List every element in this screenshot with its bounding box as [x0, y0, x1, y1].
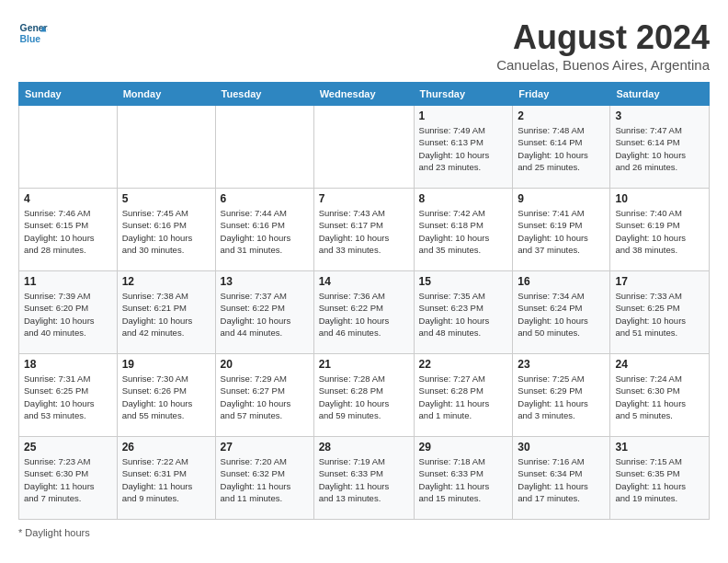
- day-number: 5: [122, 192, 210, 205]
- calendar-day-header: Saturday: [610, 83, 710, 106]
- calendar-day-cell: 18Sunrise: 7:31 AM Sunset: 6:25 PM Dayli…: [19, 354, 118, 437]
- calendar-day-cell: [215, 106, 313, 189]
- calendar-week-row: 11Sunrise: 7:39 AM Sunset: 6:20 PM Dayli…: [19, 271, 710, 354]
- calendar-day-header: Friday: [513, 83, 610, 106]
- day-number: 21: [319, 358, 409, 371]
- day-info: Sunrise: 7:39 AM Sunset: 6:20 PM Dayligh…: [24, 290, 112, 339]
- day-info: Sunrise: 7:31 AM Sunset: 6:25 PM Dayligh…: [24, 373, 112, 421]
- calendar-day-cell: 15Sunrise: 7:35 AM Sunset: 6:23 PM Dayli…: [414, 271, 513, 354]
- calendar-week-row: 18Sunrise: 7:31 AM Sunset: 6:25 PM Dayli…: [19, 354, 710, 437]
- calendar-day-cell: 21Sunrise: 7:28 AM Sunset: 6:28 PM Dayli…: [313, 354, 414, 437]
- calendar-day-cell: [117, 106, 215, 189]
- day-number: 2: [518, 109, 605, 122]
- page-header: General Blue August 2024 Canuelas, Bueno…: [18, 18, 710, 73]
- day-number: 20: [221, 358, 309, 371]
- calendar-day-cell: 10Sunrise: 7:40 AM Sunset: 6:19 PM Dayli…: [610, 189, 710, 271]
- calendar-day-cell: [313, 106, 414, 189]
- day-number: 9: [518, 192, 605, 205]
- day-number: 27: [221, 441, 309, 454]
- calendar-day-cell: 14Sunrise: 7:36 AM Sunset: 6:22 PM Dayli…: [313, 271, 414, 354]
- calendar-day-cell: 25Sunrise: 7:23 AM Sunset: 6:30 PM Dayli…: [19, 437, 118, 520]
- day-info: Sunrise: 7:36 AM Sunset: 6:22 PM Dayligh…: [319, 290, 409, 339]
- day-number: 17: [615, 275, 704, 288]
- day-info: Sunrise: 7:44 AM Sunset: 6:16 PM Dayligh…: [221, 207, 309, 256]
- day-number: 14: [319, 275, 409, 288]
- calendar-day-cell: 11Sunrise: 7:39 AM Sunset: 6:20 PM Dayli…: [19, 271, 118, 354]
- calendar-day-header: Sunday: [19, 83, 118, 106]
- day-number: 7: [319, 192, 409, 205]
- footer-note: * Daylight hours: [18, 527, 710, 538]
- day-info: Sunrise: 7:15 AM Sunset: 6:35 PM Dayligh…: [615, 455, 704, 504]
- day-number: 30: [518, 441, 605, 454]
- day-info: Sunrise: 7:49 AM Sunset: 6:13 PM Dayligh…: [419, 124, 508, 173]
- day-number: 25: [24, 441, 112, 454]
- day-info: Sunrise: 7:40 AM Sunset: 6:19 PM Dayligh…: [615, 207, 704, 256]
- day-info: Sunrise: 7:42 AM Sunset: 6:18 PM Dayligh…: [419, 207, 508, 256]
- calendar-week-row: 4Sunrise: 7:46 AM Sunset: 6:15 PM Daylig…: [19, 189, 710, 271]
- svg-text:Blue: Blue: [20, 34, 41, 44]
- day-number: 28: [319, 441, 409, 454]
- calendar-day-cell: 2Sunrise: 7:48 AM Sunset: 6:14 PM Daylig…: [513, 106, 610, 189]
- day-number: 31: [615, 441, 704, 454]
- day-number: 16: [518, 275, 605, 288]
- month-year: August 2024: [496, 18, 710, 57]
- title-block: August 2024 Canuelas, Buenos Aires, Arge…: [496, 18, 710, 73]
- day-number: 12: [122, 275, 210, 288]
- day-number: 6: [221, 192, 309, 205]
- calendar-day-cell: 24Sunrise: 7:24 AM Sunset: 6:30 PM Dayli…: [610, 354, 710, 437]
- day-info: Sunrise: 7:38 AM Sunset: 6:21 PM Dayligh…: [122, 290, 210, 339]
- day-number: 15: [419, 275, 508, 288]
- calendar-day-cell: 30Sunrise: 7:16 AM Sunset: 6:34 PM Dayli…: [513, 437, 610, 520]
- day-info: Sunrise: 7:16 AM Sunset: 6:34 PM Dayligh…: [518, 455, 605, 504]
- day-info: Sunrise: 7:48 AM Sunset: 6:14 PM Dayligh…: [518, 124, 605, 173]
- day-info: Sunrise: 7:33 AM Sunset: 6:25 PM Dayligh…: [615, 290, 704, 339]
- day-info: Sunrise: 7:25 AM Sunset: 6:29 PM Dayligh…: [518, 373, 605, 421]
- calendar-week-row: 1Sunrise: 7:49 AM Sunset: 6:13 PM Daylig…: [19, 106, 710, 189]
- day-number: 3: [615, 109, 704, 122]
- day-number: 13: [221, 275, 309, 288]
- day-info: Sunrise: 7:29 AM Sunset: 6:27 PM Dayligh…: [221, 373, 309, 421]
- day-number: 10: [615, 192, 704, 205]
- day-info: Sunrise: 7:24 AM Sunset: 6:30 PM Dayligh…: [615, 373, 704, 421]
- day-number: 18: [24, 358, 112, 371]
- calendar-day-header: Thursday: [414, 83, 513, 106]
- day-number: 1: [419, 109, 508, 122]
- calendar-day-cell: 3Sunrise: 7:47 AM Sunset: 6:14 PM Daylig…: [610, 106, 710, 189]
- day-info: Sunrise: 7:43 AM Sunset: 6:17 PM Dayligh…: [319, 207, 409, 256]
- day-info: Sunrise: 7:34 AM Sunset: 6:24 PM Dayligh…: [518, 290, 605, 339]
- calendar-day-cell: 12Sunrise: 7:38 AM Sunset: 6:21 PM Dayli…: [117, 271, 215, 354]
- day-info: Sunrise: 7:20 AM Sunset: 6:32 PM Dayligh…: [221, 455, 309, 504]
- day-number: 26: [122, 441, 210, 454]
- calendar-body: 1Sunrise: 7:49 AM Sunset: 6:13 PM Daylig…: [19, 106, 710, 520]
- calendar-day-cell: 16Sunrise: 7:34 AM Sunset: 6:24 PM Dayli…: [513, 271, 610, 354]
- calendar-day-cell: 28Sunrise: 7:19 AM Sunset: 6:33 PM Dayli…: [313, 437, 414, 520]
- calendar-day-cell: 31Sunrise: 7:15 AM Sunset: 6:35 PM Dayli…: [610, 437, 710, 520]
- calendar-day-header: Monday: [117, 83, 215, 106]
- calendar-day-cell: 7Sunrise: 7:43 AM Sunset: 6:17 PM Daylig…: [313, 189, 414, 271]
- day-info: Sunrise: 7:45 AM Sunset: 6:16 PM Dayligh…: [122, 207, 210, 256]
- calendar-day-cell: 6Sunrise: 7:44 AM Sunset: 6:16 PM Daylig…: [215, 189, 313, 271]
- day-info: Sunrise: 7:19 AM Sunset: 6:33 PM Dayligh…: [319, 455, 409, 504]
- calendar-day-cell: 13Sunrise: 7:37 AM Sunset: 6:22 PM Dayli…: [215, 271, 313, 354]
- day-info: Sunrise: 7:27 AM Sunset: 6:28 PM Dayligh…: [419, 373, 508, 421]
- calendar-day-cell: 17Sunrise: 7:33 AM Sunset: 6:25 PM Dayli…: [610, 271, 710, 354]
- day-info: Sunrise: 7:28 AM Sunset: 6:28 PM Dayligh…: [319, 373, 409, 421]
- calendar-day-cell: 5Sunrise: 7:45 AM Sunset: 6:16 PM Daylig…: [117, 189, 215, 271]
- day-info: Sunrise: 7:30 AM Sunset: 6:26 PM Dayligh…: [122, 373, 210, 421]
- calendar-header-row: SundayMondayTuesdayWednesdayThursdayFrid…: [19, 83, 710, 106]
- calendar-day-cell: 1Sunrise: 7:49 AM Sunset: 6:13 PM Daylig…: [414, 106, 513, 189]
- calendar-day-header: Tuesday: [215, 83, 313, 106]
- logo-icon: General Blue: [18, 18, 48, 48]
- day-info: Sunrise: 7:18 AM Sunset: 6:33 PM Dayligh…: [419, 455, 508, 504]
- calendar-day-cell: 26Sunrise: 7:22 AM Sunset: 6:31 PM Dayli…: [117, 437, 215, 520]
- day-number: 24: [615, 358, 704, 371]
- day-number: 19: [122, 358, 210, 371]
- day-info: Sunrise: 7:37 AM Sunset: 6:22 PM Dayligh…: [221, 290, 309, 339]
- day-number: 23: [518, 358, 605, 371]
- day-info: Sunrise: 7:47 AM Sunset: 6:14 PM Dayligh…: [615, 124, 704, 173]
- day-info: Sunrise: 7:23 AM Sunset: 6:30 PM Dayligh…: [24, 455, 112, 504]
- calendar-day-cell: 4Sunrise: 7:46 AM Sunset: 6:15 PM Daylig…: [19, 189, 118, 271]
- calendar-table: SundayMondayTuesdayWednesdayThursdayFrid…: [18, 82, 710, 520]
- calendar-day-cell: 29Sunrise: 7:18 AM Sunset: 6:33 PM Dayli…: [414, 437, 513, 520]
- day-info: Sunrise: 7:35 AM Sunset: 6:23 PM Dayligh…: [419, 290, 508, 339]
